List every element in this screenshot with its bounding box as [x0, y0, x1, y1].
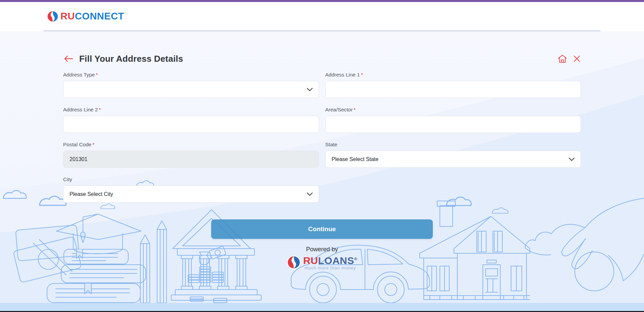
city-label: City — [63, 176, 319, 183]
form-row: Postal Code* State Please Select State — [63, 142, 581, 168]
address-form-panel: Fill Your Address Details Address Type* — [44, 31, 600, 270]
area-sector-label: Area/Sector* — [325, 107, 581, 113]
form-row: Address Line 2* Area/Sector* — [63, 107, 581, 133]
required-marker: * — [361, 72, 363, 77]
field-postal-code: Postal Code* — [63, 142, 319, 168]
address-line-1-input[interactable] — [325, 81, 581, 98]
state-select[interactable]: Please Select State — [325, 151, 581, 168]
area-sector-input[interactable] — [325, 116, 581, 133]
city-value: Please Select City — [70, 191, 113, 197]
required-marker: * — [354, 107, 356, 112]
required-marker: * — [96, 72, 98, 77]
field-address-type: Address Type* — [63, 72, 319, 98]
cloud-icon — [3, 191, 26, 198]
address-line-2-label: Address Line 2* — [63, 107, 319, 113]
postal-code-label: Postal Code* — [63, 142, 319, 148]
field-state: State Please Select State — [325, 142, 581, 168]
footer-strip — [0, 303, 644, 311]
header-container: RUCONNECT — [44, 2, 600, 31]
continue-button[interactable]: Continue — [211, 219, 433, 239]
home-icon — [557, 54, 567, 64]
chevron-down-icon — [307, 193, 313, 196]
site-header: RUCONNECT — [0, 2, 644, 31]
field-city: City Please Select City — [63, 176, 319, 203]
form-row: Address Type* Address Line 1* — [63, 72, 581, 98]
ruloans-tagline: much more than money — [305, 265, 356, 270]
required-marker: * — [99, 107, 101, 112]
required-marker: * — [92, 142, 94, 147]
submit-row: Continue — [63, 219, 581, 239]
title-actions — [557, 54, 581, 64]
address-type-select[interactable] — [63, 81, 319, 98]
brand-wordmark: RUCONNECT — [60, 11, 124, 22]
address-line-1-label: Address Line 1* — [325, 72, 581, 78]
city-select[interactable]: Please Select City — [63, 186, 319, 203]
field-address-line-1: Address Line 1* — [325, 72, 581, 98]
registered-mark: ® — [354, 257, 357, 261]
ruconnect-swirl-icon — [47, 11, 58, 22]
close-button[interactable] — [573, 55, 581, 63]
address-line-2-input[interactable] — [63, 116, 319, 133]
postal-code-input — [63, 151, 319, 168]
field-area-sector: Area/Sector* — [325, 107, 581, 133]
form-row: City Please Select City — [63, 176, 581, 203]
powered-by-label: Powered by — [306, 246, 338, 253]
address-form: Address Type* Address Line 1* Address Li… — [63, 72, 581, 239]
chevron-down-icon — [569, 158, 574, 161]
arrow-left-icon — [64, 55, 73, 62]
field-address-line-2: Address Line 2* — [63, 107, 319, 133]
page-title: Fill Your Address Details — [79, 54, 183, 64]
title-row: Fill Your Address Details — [63, 53, 581, 65]
ruloans-wordmark: RULOANS® much more than money — [303, 254, 357, 270]
home-button[interactable] — [557, 54, 567, 64]
main-section: Fill Your Address Details Address Type* — [0, 31, 644, 312]
address-type-label: Address Type* — [63, 72, 319, 78]
close-icon — [573, 55, 581, 63]
back-button[interactable] — [63, 54, 74, 63]
ruconnect-logo[interactable]: RUCONNECT — [47, 11, 124, 22]
state-value: Please Select State — [332, 156, 379, 162]
chevron-down-icon — [307, 88, 313, 91]
ruloans-logo: RULOANS® much more than money — [287, 254, 357, 270]
powered-by-block: Powered by RULOANS® much more than money — [63, 246, 581, 270]
state-label: State — [325, 142, 581, 148]
ruloans-swirl-icon — [287, 255, 301, 269]
